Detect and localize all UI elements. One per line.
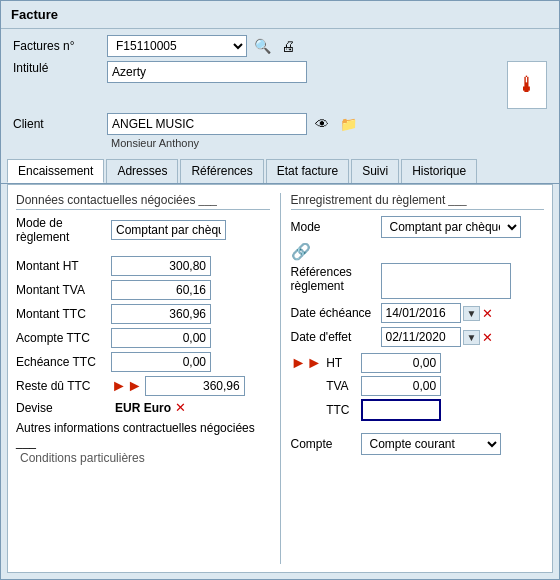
- tabs: Encaissement Adresses Références Etat fa…: [1, 159, 559, 184]
- date-effet-controls: ▼ ✕: [381, 327, 494, 347]
- rp-ht-label: HT: [326, 356, 361, 370]
- rp-compte-label: Compte: [291, 437, 361, 451]
- facture-select[interactable]: F15110005: [107, 35, 247, 57]
- client-label: Client: [13, 117, 103, 131]
- rp-mode-row: Mode Comptant par chèque: [291, 216, 545, 238]
- client-icons: 👁 📁: [311, 113, 359, 135]
- rp-ttc-row: TTC: [326, 399, 441, 421]
- window: Facture Factures n° F15110005 🔍 🖨 Intitu…: [0, 0, 560, 580]
- mode-reglement-label: Mode de règlement: [16, 216, 111, 244]
- mode-reglement-row: Mode de règlement: [16, 216, 270, 244]
- rp-amounts-row: ►► HT TVA TTC: [291, 353, 545, 425]
- reste-du-arrow: ►►: [111, 378, 143, 394]
- reste-du-label: Reste dû TTC: [16, 379, 111, 393]
- acompte-ttc-label: Acompte TTC: [16, 331, 111, 345]
- rp-link-row: 🔗: [291, 242, 545, 261]
- other-info-row: Autres informations contractuelles négoc…: [16, 421, 270, 449]
- window-title: Facture: [1, 1, 559, 29]
- facture-label: Factures n°: [13, 39, 103, 53]
- acompte-ttc-input[interactable]: [111, 328, 211, 348]
- tab-adresses[interactable]: Adresses: [106, 159, 178, 183]
- rp-mode-select[interactable]: Comptant par chèque: [381, 216, 521, 238]
- reste-du-row: Reste dû TTC ►►: [16, 376, 270, 396]
- devise-clear-icon[interactable]: ✕: [175, 400, 186, 415]
- client-row: Client 👁 📁 Monsieur Anthony: [13, 113, 547, 149]
- rp-ht-input[interactable]: [361, 353, 441, 373]
- eye-icon[interactable]: 👁: [311, 113, 333, 135]
- client-input[interactable]: [107, 113, 307, 135]
- rp-ref-input[interactable]: [381, 263, 511, 299]
- rp-ttc-input[interactable]: [361, 399, 441, 421]
- tab-references[interactable]: Références: [180, 159, 263, 183]
- montant-tva-row: Montant TVA: [16, 280, 270, 300]
- tab-content: Données contactuelles négociées ___ Mode…: [7, 184, 553, 573]
- rp-ref-label: Références règlement: [291, 263, 381, 293]
- rp-ht-row: HT: [326, 353, 441, 373]
- date-echeance-controls: ▼ ✕: [381, 303, 494, 323]
- montant-ttc-label: Montant TTC: [16, 307, 111, 321]
- date-echeance-dropdown[interactable]: ▼: [463, 306, 481, 321]
- rp-compte-row: Compte Compte courant: [291, 433, 545, 455]
- echeance-ttc-input[interactable]: [111, 352, 211, 372]
- echeance-ttc-label: Echéance TTC: [16, 355, 111, 369]
- thermometer-icon: 🌡: [516, 72, 538, 98]
- amounts-arrow: ►►: [291, 355, 323, 371]
- rp-date-echeance-row: Date échéance ▼ ✕: [291, 303, 545, 323]
- conditions-label: Conditions particulières: [20, 451, 270, 465]
- rp-date-effet-label: Date d'effet: [291, 330, 381, 344]
- montant-ht-label: Montant HT: [16, 259, 111, 273]
- tab-etat-facture[interactable]: Etat facture: [266, 159, 349, 183]
- intitule-row: Intitulé 🌡: [13, 61, 547, 109]
- facture-row: Factures n° F15110005 🔍 🖨: [13, 35, 547, 57]
- amounts-fields: HT TVA TTC: [326, 353, 441, 425]
- montant-tva-input[interactable]: [111, 280, 211, 300]
- devise-value: EUR Euro: [115, 401, 171, 415]
- left-panel: Données contactuelles négociées ___ Mode…: [16, 193, 281, 564]
- tab-suivi[interactable]: Suivi: [351, 159, 399, 183]
- tab-historique[interactable]: Historique: [401, 159, 477, 183]
- montant-ht-row: Montant HT: [16, 256, 270, 276]
- client-top: Client 👁 📁: [13, 113, 547, 135]
- folder-icon[interactable]: 📁: [337, 113, 359, 135]
- rp-tva-row: TVA: [326, 376, 441, 396]
- client-subtitle: Monsieur Anthony: [103, 137, 547, 149]
- acompte-ttc-row: Acompte TTC: [16, 328, 270, 348]
- link-icon: 🔗: [291, 242, 311, 261]
- tab-encaissement[interactable]: Encaissement: [7, 159, 104, 183]
- date-echeance-clear-icon[interactable]: ✕: [482, 306, 493, 321]
- rp-date-effet-row: Date d'effet ▼ ✕: [291, 327, 545, 347]
- intitule-label: Intitulé: [13, 61, 103, 75]
- left-section-title: Données contactuelles négociées ___: [16, 193, 270, 210]
- date-echeance-input[interactable]: [381, 303, 461, 323]
- date-effet-input[interactable]: [381, 327, 461, 347]
- rp-date-echeance-label: Date échéance: [291, 306, 381, 320]
- search-icon[interactable]: 🔍: [251, 35, 273, 57]
- facture-icons: 🔍 🖨: [251, 35, 299, 57]
- date-effet-dropdown[interactable]: ▼: [463, 330, 481, 345]
- montant-ttc-row: Montant TTC: [16, 304, 270, 324]
- print-icon[interactable]: 🖨: [277, 35, 299, 57]
- montant-ht-input[interactable]: [111, 256, 211, 276]
- header-fields: Factures n° F15110005 🔍 🖨 Intitulé 🌡 Cli…: [1, 29, 559, 155]
- echeance-ttc-row: Echéance TTC: [16, 352, 270, 372]
- montant-tva-label: Montant TVA: [16, 283, 111, 297]
- right-panel: Enregistrement du règlement ___ Mode Com…: [281, 193, 545, 564]
- date-effet-clear-icon[interactable]: ✕: [482, 330, 493, 345]
- thermometer-box: 🌡: [507, 61, 547, 109]
- reste-du-input[interactable]: [145, 376, 245, 396]
- devise-row: Devise EUR Euro ✕: [16, 400, 270, 415]
- montant-ttc-input[interactable]: [111, 304, 211, 324]
- rp-tva-input[interactable]: [361, 376, 441, 396]
- rp-compte-select[interactable]: Compte courant: [361, 433, 501, 455]
- mode-reglement-input[interactable]: [111, 220, 226, 240]
- intitule-input[interactable]: [107, 61, 307, 83]
- devise-label: Devise: [16, 401, 111, 415]
- rp-mode-label: Mode: [291, 220, 381, 234]
- right-section-title: Enregistrement du règlement ___: [291, 193, 545, 210]
- rp-tva-label: TVA: [326, 379, 361, 393]
- rp-ref-row: Références règlement: [291, 263, 545, 299]
- rp-ttc-label: TTC: [326, 403, 361, 417]
